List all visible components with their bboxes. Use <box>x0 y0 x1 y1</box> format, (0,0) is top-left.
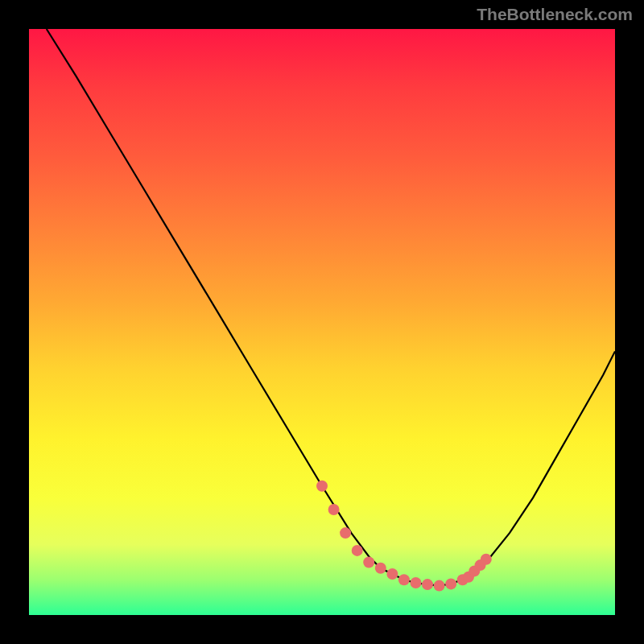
chart-curve <box>47 29 615 586</box>
marker-point <box>398 574 410 585</box>
chart-container: TheBottleneck.com <box>0 0 644 644</box>
plot-area <box>29 29 615 615</box>
marker-point <box>316 481 328 492</box>
marker-point <box>411 577 422 588</box>
marker-point <box>340 527 351 539</box>
marker-point <box>481 554 492 565</box>
watermark-text: TheBottleneck.com <box>477 5 633 24</box>
chart-markers <box>316 481 492 592</box>
marker-point <box>434 580 445 592</box>
marker-point <box>363 557 374 568</box>
marker-point <box>375 563 386 574</box>
marker-point <box>422 579 433 590</box>
marker-point <box>328 504 340 515</box>
marker-point <box>386 568 398 580</box>
chart-svg <box>29 29 615 615</box>
marker-point <box>352 545 363 556</box>
marker-point <box>445 578 456 589</box>
